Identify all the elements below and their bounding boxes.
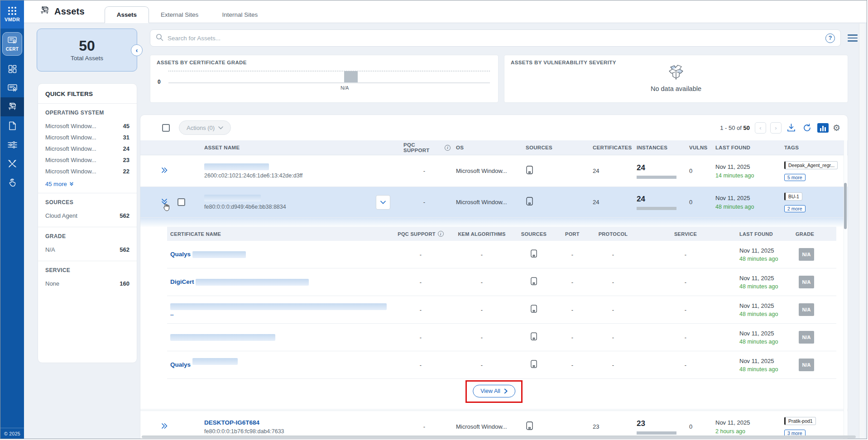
double-chevron-down-icon <box>69 181 74 187</box>
pqc-support-value: - <box>389 279 452 286</box>
view-all-button[interactable]: View All <box>473 385 515 397</box>
horizontal-scrollbar[interactable] <box>142 435 856 438</box>
bar-na[interactable] <box>344 71 358 82</box>
tag-chip[interactable]: Pratik-pod1 <box>784 417 816 425</box>
prev-page-button[interactable]: ‹ <box>755 122 766 134</box>
col-last-found[interactable]: LAST FOUND <box>733 231 792 237</box>
sidebar-item-assets[interactable] <box>0 97 24 116</box>
chart-view-icon[interactable] <box>817 123 829 133</box>
certificate-name[interactable]: .. <box>170 310 174 317</box>
sliders-icon <box>8 141 17 148</box>
asset-name-link[interactable]: DESKTOP-IG6T684 <box>204 419 259 426</box>
col-asset-name[interactable]: ASSET NAME <box>199 145 398 150</box>
next-page-button[interactable]: › <box>770 122 782 134</box>
sidebar-item-configuration[interactable] <box>0 135 24 154</box>
sidebar-item-dashboard[interactable] <box>0 59 24 78</box>
sidebar-item-tools[interactable] <box>0 154 24 173</box>
collapse-panel-button[interactable]: ‹ <box>131 44 143 56</box>
col-kem-algorithms[interactable]: KEM ALGORITHMS <box>452 231 511 237</box>
certificate-name[interactable]: DigiCert <box>170 278 194 285</box>
search-box[interactable]: ? <box>150 29 841 47</box>
kem-value: - <box>452 251 511 258</box>
row-checkbox[interactable] <box>177 198 185 206</box>
more-tags-badge[interactable]: 2 more <box>784 205 806 212</box>
expand-row-icon[interactable] <box>161 167 168 175</box>
col-pqc-support[interactable]: PQC SUPPORTi <box>389 231 452 237</box>
table-scrollbar-track[interactable] <box>844 140 847 439</box>
filter-section-sources: SOURCES Cloud Agent562 <box>38 193 137 227</box>
pqc-support-value: - <box>389 334 452 341</box>
pagination: 1 - 50 of 50 ‹ › ⚙ <box>720 115 840 140</box>
col-os[interactable]: OS <box>451 145 520 150</box>
sidebar-item-getting-started[interactable] <box>0 173 24 192</box>
certificate-row[interactable]: .. - - - - - Nov 11, 202548 minutes ago … <box>167 296 836 324</box>
col-grade[interactable]: GRADE <box>792 231 836 237</box>
filter-item[interactable]: N/A562 <box>45 244 129 255</box>
col-certificates[interactable]: CERTIFICATES <box>587 145 631 150</box>
page-scrollbar-track[interactable] <box>859 24 865 439</box>
row-dropdown-button[interactable] <box>376 195 390 210</box>
gear-icon[interactable]: ⚙ <box>833 124 840 132</box>
search-help-icon[interactable]: ? <box>825 33 835 43</box>
col-tags[interactable]: TAGS <box>779 145 849 150</box>
filter-item[interactable]: Microsoft Window...45 <box>45 120 129 132</box>
col-vulns[interactable]: VULNS <box>684 145 710 150</box>
more-tags-badge[interactable]: 5 more <box>784 174 806 181</box>
refresh-icon[interactable] <box>801 122 813 134</box>
redacted-asset-name[interactable] <box>204 195 261 201</box>
table-scrollbar-thumb[interactable] <box>844 183 847 229</box>
col-pqc-support[interactable]: PQC SUPPORTi <box>398 142 451 153</box>
certificate-name[interactable]: Qualys <box>170 361 191 368</box>
protocol-value: - <box>588 362 638 368</box>
sidebar-module-cert[interactable]: CERT <box>2 32 22 56</box>
search-row: ? <box>150 29 858 47</box>
source-agent-icon <box>520 165 587 177</box>
info-icon[interactable]: i <box>438 231 444 237</box>
col-last-found[interactable]: LAST FOUND <box>710 145 779 150</box>
sidebar-item-documents[interactable] <box>0 116 24 135</box>
actions-dropdown-button[interactable]: Actions (0) <box>179 120 231 135</box>
expand-row-icon[interactable] <box>161 423 168 430</box>
menu-icon[interactable] <box>848 34 858 42</box>
col-instances[interactable]: INSTANCES <box>631 145 684 150</box>
sidebar-item-certificates[interactable] <box>0 78 24 97</box>
select-all-checkbox[interactable] <box>162 124 170 132</box>
app-switcher[interactable]: VMDR <box>0 0 24 29</box>
certificate-row[interactable]: - - - - - Nov 11, 202548 minutes ago N/A <box>167 324 836 351</box>
asset-row-expanded[interactable]: fe80:0:0:0:d949:4b6e:bb38:8834 - Microso… <box>140 187 848 218</box>
last-found-cell: Nov 11, 202548 minutes ago <box>733 302 792 317</box>
pqc-support-value: - <box>389 306 452 313</box>
col-sources[interactable]: SOURCES <box>511 231 556 237</box>
redacted-asset-name[interactable] <box>204 163 269 170</box>
certificate-row[interactable]: Qualys - - - - - Nov 11, 202548 minutes … <box>167 241 836 268</box>
filter-item[interactable]: None160 <box>45 278 129 289</box>
col-protocol[interactable]: PROTOCOL <box>588 231 638 237</box>
col-port[interactable]: PORT <box>556 231 588 237</box>
info-icon[interactable]: i <box>445 145 451 151</box>
col-service[interactable]: SERVICE <box>638 231 733 237</box>
asset-row[interactable]: DESKTOP-IG6T684 fe80:0:0:0:1b76:fc98:dab… <box>140 411 848 439</box>
tab-assets[interactable]: Assets <box>105 6 149 23</box>
certificate-name[interactable]: Qualys <box>170 251 191 258</box>
filter-item[interactable]: Microsoft Window...23 <box>45 154 129 166</box>
col-certificate-name[interactable]: CERTIFICATE NAME <box>167 231 389 237</box>
filter-more-link[interactable]: 45 more <box>45 181 129 187</box>
certificate-row[interactable]: DigiCert - - - - - Nov 11, 202548 minute… <box>167 268 836 296</box>
bar-chart-plot: 0 N/A <box>167 65 492 92</box>
filter-item[interactable]: Cloud Agent562 <box>45 210 129 221</box>
certificate-row[interactable]: Qualys - - - - - Nov 11, 202548 minutes … <box>167 351 836 379</box>
asset-row[interactable]: 2600:c02:1021:24c6:1de6:13:42de:d3ff - M… <box>140 155 848 187</box>
kem-value: - <box>452 279 511 286</box>
tag-chip[interactable]: BU-1 <box>784 192 802 201</box>
filter-item[interactable]: Microsoft Window...24 <box>45 143 129 154</box>
filter-item[interactable]: Microsoft Window...22 <box>45 166 129 177</box>
search-input[interactable] <box>168 35 825 42</box>
tag-chip[interactable]: Deepak_Agent_regr... <box>784 161 838 169</box>
cert-module-icon <box>8 37 17 46</box>
download-icon[interactable] <box>786 122 797 134</box>
col-sources[interactable]: SOURCES <box>520 145 587 150</box>
tab-internal-sites[interactable]: Internal Sites <box>210 7 269 23</box>
filter-item[interactable]: Microsoft Window...31 <box>45 132 129 143</box>
service-value: - <box>638 334 733 341</box>
tab-external-sites[interactable]: External Sites <box>149 7 210 23</box>
